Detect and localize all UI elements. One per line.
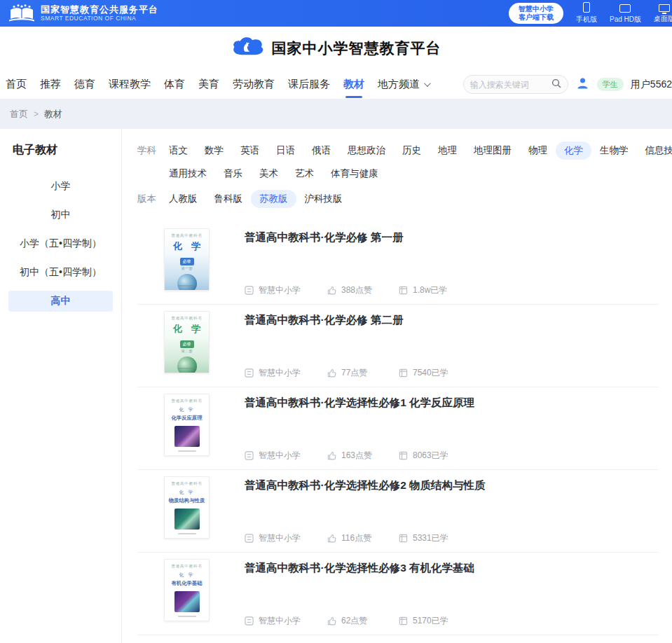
subject-filter-label: 学科: [137, 144, 156, 157]
subject-chip-history[interactable]: 历史: [394, 141, 430, 160]
subject-chip-chemistry[interactable]: 化学: [556, 141, 591, 160]
username[interactable]: 用户5562: [631, 78, 672, 91]
nav-item-course-teaching[interactable]: 课程教学: [109, 70, 151, 99]
nav-item-aesthetic-education[interactable]: 美育: [198, 70, 219, 99]
subject-chip-general-tech[interactable]: 通用技术: [160, 165, 215, 183]
open-book-logo-icon: [8, 4, 35, 22]
breadcrumb: 首页 > 教材: [0, 99, 672, 129]
sidebar-item-primary[interactable]: 小学: [8, 176, 113, 197]
cover-top-text: 普通高中教科书: [167, 233, 207, 238]
cover-badge: 必修: [180, 258, 194, 265]
nav-item-textbooks[interactable]: 教材: [343, 70, 364, 99]
main-navigation: 首页 推荐 德育 课程教学 体育 美育 劳动教育 课后服务 教材 地方频道: [0, 70, 672, 99]
subject-chip-art[interactable]: 美术: [251, 165, 287, 183]
book-cover-2[interactable]: 普通高中教科书 化 学 必修 第二册: [164, 311, 210, 373]
cover-title: 化 学: [165, 572, 209, 579]
publisher-stat: 智慧中小学: [245, 532, 327, 544]
likes-count: 163点赞: [341, 450, 372, 462]
publisher-stat: 智慧中小学: [245, 615, 327, 627]
subject-chip-music[interactable]: 音乐: [215, 165, 251, 183]
client-mobile-link[interactable]: 手机版: [575, 2, 598, 25]
book-item-4: 普通高中教科书 化 学 物质结构与性质 普通高中教科书·化学选择性必修2 物质结…: [137, 470, 659, 553]
subject-chip-math[interactable]: 数学: [196, 141, 232, 160]
publisher-stat: 智慧中小学: [245, 450, 327, 462]
sidebar-item-junior-54[interactable]: 初中（五•四学制）: [8, 262, 113, 283]
likes-stat[interactable]: 163点赞: [327, 450, 399, 462]
learned-count: 5170已学: [413, 615, 448, 627]
main-content: 学科 语文 数学 英语 日语 俄语 思想政治 历史 地理 地理图册 物理 化学 …: [122, 129, 672, 643]
subject-chip-pe-health[interactable]: 体育与健康: [322, 165, 387, 183]
book-title[interactable]: 普通高中教科书·化学选择性必修1 化学反应原理: [245, 396, 659, 410]
subject-chip-geography[interactable]: 地理: [430, 141, 465, 160]
learned-count: 1.8w已学: [413, 284, 447, 296]
top-bar: 国家智慧教育公共服务平台 SMART EDUCATION OF CHINA 智慧…: [0, 0, 672, 27]
likes-count: 116点赞: [341, 532, 371, 544]
cover-subtitle: 物质结构与性质: [167, 497, 207, 504]
cover-badge: 必修: [180, 340, 194, 348]
likes-stat[interactable]: 77点赞: [327, 367, 399, 379]
breadcrumb-separator: >: [34, 109, 39, 119]
version-chip-sujiao[interactable]: 苏教版: [251, 190, 296, 208]
learned-stat: 1.8w已学: [399, 284, 447, 296]
sidebar-item-primary-54[interactable]: 小学（五•四学制）: [8, 233, 113, 254]
learned-stat: 5331已学: [399, 532, 448, 544]
search-input[interactable]: [470, 80, 547, 90]
book-item-5: 普通高中教科书 化 学 有机化学基础 普通高中教科书·化学选择性必修3 有机化学…: [137, 553, 659, 635]
likes-stat[interactable]: 116点赞: [327, 532, 399, 544]
user-avatar[interactable]: [575, 76, 590, 93]
search-box[interactable]: [463, 75, 568, 94]
subject-chip-it[interactable]: 信息技术: [637, 141, 672, 160]
nav-item-moral-education[interactable]: 德育: [74, 70, 95, 99]
subject-chip-politics[interactable]: 思想政治: [339, 141, 394, 160]
client-download-button[interactable]: 智慧中小学 客户端下载: [509, 3, 563, 24]
cover-title: 化 学: [165, 240, 209, 253]
version-filter-label: 版本: [137, 193, 156, 205]
book-cover-1[interactable]: 普通高中教科书 化 学 必修 第一册: [164, 228, 210, 291]
subject-chip-chinese[interactable]: 语文: [160, 141, 196, 160]
book-title[interactable]: 普通高中教科书·化学选择性必修3 有机化学基础: [245, 561, 659, 576]
book-list: 普通高中教科书 化 学 必修 第一册 普通高中教科书·化学必修 第一册 智慧中小…: [137, 222, 659, 635]
nav-item-local-channels[interactable]: 地方频道: [378, 70, 429, 99]
cover-title: 化 学: [165, 323, 209, 336]
nav-item-recommend[interactable]: 推荐: [40, 70, 61, 99]
book-stats: 智慧中小学 388点赞 1.8w已学: [245, 284, 659, 296]
breadcrumb-home[interactable]: 首页: [10, 108, 28, 120]
cover-subtitle: 有机化学基础: [167, 579, 207, 586]
cover-title: 化 学: [165, 489, 209, 496]
platform-brand[interactable]: 国家智慧教育公共服务平台 SMART EDUCATION OF CHINA: [8, 4, 158, 22]
book-cover-4[interactable]: 普通高中教科书 化 学 物质结构与性质: [164, 476, 210, 539]
version-chip-renjiao[interactable]: 人教版: [160, 190, 206, 208]
subject-chip-arts[interactable]: 艺术: [287, 165, 322, 183]
book-cover-3[interactable]: 普通高中教科书 化 学 化学反应原理: [164, 394, 210, 456]
subject-chip-geo-atlas[interactable]: 地理图册: [465, 141, 520, 160]
subject-chip-english[interactable]: 英语: [232, 141, 268, 160]
sidebar-item-senior[interactable]: 高中: [8, 291, 113, 312]
version-chip-hukeji[interactable]: 沪科技版: [296, 190, 351, 208]
cover-top-text: 普通高中教科书: [167, 315, 207, 321]
subject-chip-russian[interactable]: 俄语: [303, 141, 339, 160]
likes-stat[interactable]: 62点赞: [327, 615, 399, 627]
book-title[interactable]: 普通高中教科书·化学必修 第二册: [245, 313, 659, 328]
book-title[interactable]: 普通高中教科书·化学选择性必修2 物质结构与性质: [245, 478, 659, 493]
client-pad-label: Pad HD版: [610, 15, 641, 25]
version-chip-luke[interactable]: 鲁科版: [206, 190, 252, 208]
sidebar-item-junior[interactable]: 初中: [8, 205, 113, 226]
book-title[interactable]: 普通高中教科书·化学必修 第一册: [245, 230, 659, 245]
client-desktop-link[interactable]: 桌面版: [652, 3, 672, 24]
cloud-logo-icon: [231, 36, 265, 61]
nav-item-home[interactable]: 首页: [6, 70, 27, 99]
book-cover-5[interactable]: 普通高中教科书 化 学 有机化学基础: [164, 559, 210, 621]
subject-chip-japanese[interactable]: 日语: [268, 141, 303, 160]
subject-chip-biology[interactable]: 生物学: [591, 141, 637, 160]
learned-stat: 8063已学: [399, 450, 448, 462]
subject-chip-physics[interactable]: 物理: [520, 141, 556, 160]
client-pad-link[interactable]: Pad HD版: [610, 3, 641, 25]
nav-item-labor-education[interactable]: 劳动教育: [233, 70, 275, 99]
learned-count: 7540已学: [413, 367, 448, 379]
search-icon[interactable]: [551, 78, 561, 91]
client-desktop-label: 桌面版: [654, 14, 672, 24]
likes-stat[interactable]: 388点赞: [327, 284, 399, 296]
nav-item-sports[interactable]: 体育: [164, 70, 185, 99]
cover-top-text: 普通高中教科书: [167, 480, 207, 486]
nav-item-after-school[interactable]: 课后服务: [288, 70, 330, 99]
